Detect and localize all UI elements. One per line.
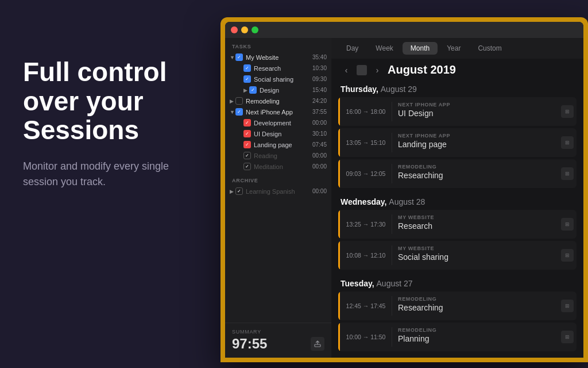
checkbox-icon bbox=[235, 97, 243, 105]
task-name: Development bbox=[254, 120, 310, 126]
session-item[interactable]: 10:08 → 12:10 MY WEBSITE Social sharing … bbox=[338, 241, 577, 270]
session-name: Planning bbox=[398, 334, 552, 343]
task-time: 30:10 bbox=[312, 131, 327, 137]
main-panel: Day Week Month Year Custom ‹ › August 20… bbox=[331, 38, 583, 358]
session-item[interactable]: 12:45 → 17:45 REMODELING Researching ⊞ bbox=[338, 292, 577, 320]
tab-day[interactable]: Day bbox=[338, 42, 366, 55]
session-time: 13:05 → 15:10 bbox=[346, 139, 386, 147]
task-name: Next iPhone App bbox=[246, 109, 310, 116]
tab-week[interactable]: Week bbox=[368, 42, 401, 55]
session-action-button[interactable]: ⊞ bbox=[558, 323, 577, 351]
task-name: Remodeling bbox=[246, 98, 310, 105]
task-time: 07:45 bbox=[312, 141, 327, 148]
day-label: Thursday, August 29 bbox=[338, 81, 577, 97]
session-time: 16:00 → 18:00 bbox=[346, 108, 386, 116]
session-item[interactable]: 16:00 → 18:00 NEXT IPHONE APP UI Design … bbox=[338, 97, 577, 126]
expand-icon: ▶ bbox=[230, 98, 235, 104]
checkbox-icon: ✓ bbox=[249, 86, 257, 94]
summary-label: SUMMARY bbox=[232, 329, 324, 335]
edit-icon: ⊞ bbox=[561, 167, 574, 180]
close-dot[interactable] bbox=[231, 26, 238, 33]
task-time: 10:30 bbox=[312, 65, 327, 71]
list-item[interactable]: ▼ ✓ My Website 35:40 bbox=[225, 52, 331, 63]
session-time-col: 09:03 → 12:05 bbox=[340, 159, 392, 188]
session-item[interactable]: 10:00 → 11:50 REMODELING Planning ⊞ bbox=[338, 323, 577, 351]
list-item[interactable]: ▶ ✓ Learning Spanish 00:00 bbox=[225, 186, 331, 197]
tab-year[interactable]: Year bbox=[439, 42, 469, 55]
task-name: Social sharing bbox=[254, 76, 310, 83]
expand-icon: ▼ bbox=[230, 55, 235, 60]
list-item[interactable]: ✓ Development 00:00 bbox=[225, 117, 331, 128]
prev-button[interactable]: ‹ bbox=[341, 64, 352, 76]
session-info: REMODELING Planning bbox=[392, 323, 558, 351]
session-category: REMODELING bbox=[398, 164, 552, 170]
list-item[interactable]: ▶ Remodeling 24:20 bbox=[225, 95, 331, 106]
tab-month[interactable]: Month bbox=[403, 42, 438, 55]
task-time: 00:00 bbox=[312, 163, 327, 170]
list-item[interactable]: ✓ UI Design 30:10 bbox=[225, 128, 331, 139]
tab-custom[interactable]: Custom bbox=[470, 42, 509, 55]
session-action-button[interactable]: ⊞ bbox=[558, 292, 577, 320]
calendar-body: Thursday, August 29 16:00 → 18:00 NEXT I… bbox=[331, 81, 583, 358]
session-time-col: 13:25 → 17:30 bbox=[340, 210, 392, 239]
list-item[interactable]: ▶ ✓ Design 15:40 bbox=[225, 85, 331, 95]
session-time-col: 12:45 → 17:45 bbox=[340, 292, 392, 320]
export-button[interactable] bbox=[311, 337, 324, 351]
sidebar-footer: SUMMARY 97:55 bbox=[225, 323, 331, 358]
expand-icon: ▶ bbox=[243, 87, 249, 93]
session-action-button[interactable]: ⊞ bbox=[558, 97, 577, 126]
session-time: 10:08 → 12:10 bbox=[346, 251, 386, 260]
session-item[interactable]: 09:03 → 12:05 REMODELING Researching ⊞ bbox=[338, 159, 577, 188]
session-name: Researching bbox=[398, 303, 552, 312]
next-button[interactable]: › bbox=[372, 64, 383, 76]
session-item[interactable]: 13:25 → 17:30 MY WEBSITE Research ⊞ bbox=[338, 210, 577, 239]
maximize-dot[interactable] bbox=[252, 26, 258, 33]
minimize-dot[interactable] bbox=[241, 26, 248, 33]
session-info: MY WEBSITE Social sharing bbox=[392, 241, 558, 270]
task-time: 15:40 bbox=[312, 87, 327, 93]
archive-section-label: ARCHIVE bbox=[225, 172, 331, 186]
app-content: TASKS ▼ ✓ My Website 35:40 ✓ Research 10… bbox=[225, 38, 583, 358]
session-category: REMODELING bbox=[398, 296, 552, 302]
task-time: 24:20 bbox=[312, 98, 327, 104]
checkbox-icon: ✓ bbox=[243, 130, 251, 137]
mac-window: TASKS ▼ ✓ My Website 35:40 ✓ Research 10… bbox=[225, 22, 583, 358]
session-action-button[interactable]: ⊞ bbox=[558, 128, 577, 157]
task-time: 35:40 bbox=[312, 54, 327, 60]
session-category: MY WEBSITE bbox=[398, 246, 552, 251]
session-info: NEXT IPHONE APP Landing page bbox=[392, 128, 558, 157]
checkbox-icon: ✓ bbox=[243, 152, 251, 159]
session-time: 10:00 → 11:50 bbox=[346, 333, 386, 342]
list-item[interactable]: ✓ Meditation 00:00 bbox=[225, 161, 331, 172]
list-item[interactable]: ▼ ✓ Next iPhone App 37:55 bbox=[225, 106, 331, 117]
list-item[interactable]: ✓ Landing page 07:45 bbox=[225, 139, 331, 150]
session-item[interactable]: 13:05 → 15:10 NEXT IPHONE APP Landing pa… bbox=[338, 128, 577, 157]
today-button[interactable] bbox=[357, 65, 367, 75]
task-name: Meditation bbox=[254, 163, 310, 170]
edit-icon: ⊞ bbox=[561, 300, 574, 312]
session-name: Landing page bbox=[398, 140, 552, 149]
edit-icon: ⊞ bbox=[561, 331, 574, 343]
task-name: Learning Spanish bbox=[246, 188, 310, 195]
session-action-button[interactable]: ⊞ bbox=[558, 210, 577, 239]
task-time: 00:00 bbox=[312, 120, 327, 126]
session-time: 13:25 → 17:30 bbox=[346, 220, 386, 229]
summary-time: 97:55 bbox=[232, 336, 267, 352]
list-item[interactable]: ✓ Reading 00:00 bbox=[225, 150, 331, 161]
list-item[interactable]: ✓ Research 10:30 bbox=[225, 63, 331, 74]
session-category: NEXT IPHONE APP bbox=[398, 133, 552, 139]
edit-icon: ⊞ bbox=[561, 136, 574, 149]
session-time-col: 16:00 → 18:00 bbox=[340, 97, 392, 126]
edit-icon: ⊞ bbox=[561, 249, 574, 262]
task-name: My Website bbox=[246, 54, 310, 61]
session-action-button[interactable]: ⊞ bbox=[558, 159, 577, 188]
checkbox-icon: ✓ bbox=[243, 119, 251, 126]
checkbox-icon: ✓ bbox=[243, 141, 251, 148]
session-info: NEXT IPHONE APP UI Design bbox=[392, 97, 558, 126]
list-item[interactable]: ✓ Social sharing 09:30 bbox=[225, 74, 331, 85]
session-action-button[interactable]: ⊞ bbox=[558, 241, 577, 270]
task-time: 00:00 bbox=[312, 152, 327, 159]
day-group: Tuesday, August 27 12:45 → 17:45 REMODEL… bbox=[338, 275, 577, 351]
checkbox-icon: ✓ bbox=[243, 163, 251, 170]
session-info: MY WEBSITE Research bbox=[392, 210, 558, 239]
